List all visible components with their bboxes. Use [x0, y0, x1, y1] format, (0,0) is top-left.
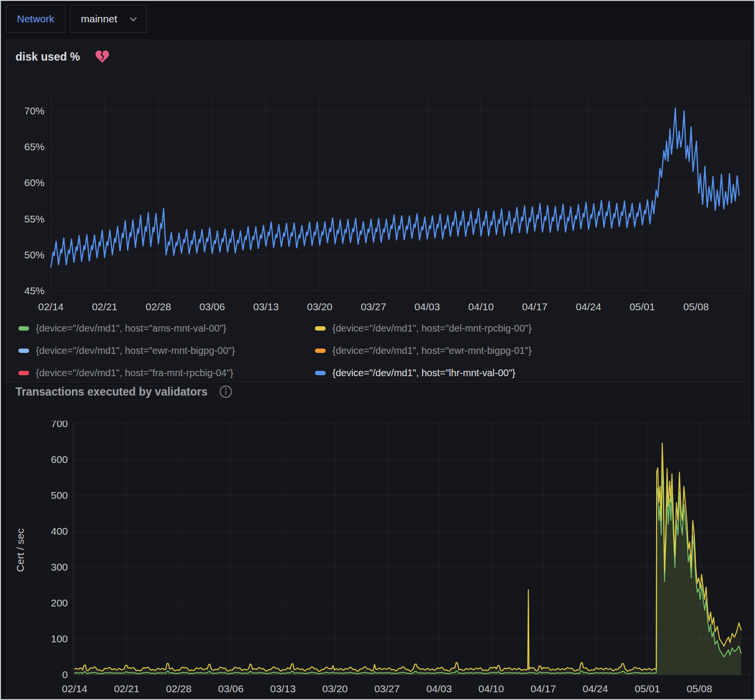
- svg-text:04/17: 04/17: [522, 301, 548, 312]
- heart-break-icon: [95, 50, 109, 64]
- series-color-chip: [315, 349, 326, 353]
- svg-text:70%: 70%: [24, 105, 45, 116]
- legend-item-label: {device="/dev/md1", host="ewr-mnt-bigpg-…: [332, 345, 532, 356]
- series-color-chip: [18, 371, 29, 375]
- svg-text:03/13: 03/13: [270, 683, 296, 694]
- x-axis-ticks: 02/1402/2102/2803/0603/1303/2003/2704/03…: [38, 301, 709, 312]
- transactions-panel-header: Transactions executed by validators: [16, 385, 233, 398]
- svg-text:05/01: 05/01: [629, 301, 655, 312]
- svg-text:04/17: 04/17: [531, 683, 556, 694]
- green-series-fill: [75, 469, 741, 675]
- info-circle-icon[interactable]: [219, 385, 233, 398]
- svg-text:55%: 55%: [24, 213, 45, 224]
- x-axis-ticks: 02/1402/2102/2803/0603/1303/2003/2704/03…: [62, 683, 712, 694]
- svg-text:02/28: 02/28: [166, 683, 192, 694]
- svg-text:02/14: 02/14: [62, 683, 88, 694]
- legend-item-ewr-mnt-bigpg-00[interactable]: {device="/dev/md1", host="ewr-mnt-bigpg-…: [18, 343, 315, 358]
- svg-text:04/24: 04/24: [582, 683, 608, 694]
- transactions-panel-title[interactable]: Transactions executed by validators: [16, 385, 207, 398]
- transactions-chart[interactable]: 010020030040050060070002/1402/2102/2803/…: [1, 421, 755, 700]
- legend-item-label: {device="/dev/md1", host="fra-mnt-rpcbig…: [36, 367, 234, 379]
- svg-text:45%: 45%: [24, 285, 45, 296]
- svg-text:04/03: 04/03: [426, 683, 452, 694]
- legend-item-label: {device="/dev/md1", host="ams-mnt-val-00…: [36, 323, 226, 334]
- svg-text:03/27: 03/27: [374, 683, 400, 694]
- legend-item-lhr-mnt-val-00[interactable]: {device="/dev/md1", host="lhr-mnt-val-00…: [315, 366, 532, 380]
- svg-text:05/01: 05/01: [635, 683, 661, 694]
- series-color-chip: [18, 326, 29, 331]
- svg-text:05/08: 05/08: [687, 683, 712, 694]
- svg-text:700: 700: [51, 421, 68, 429]
- svg-text:03/20: 03/20: [307, 301, 332, 312]
- legend-item-del-mnt-rpcbig-00[interactable]: {device="/dev/md1", host="del-mnt-rpcbig…: [315, 321, 532, 335]
- svg-text:04/24: 04/24: [576, 301, 601, 312]
- gridlines: [51, 95, 750, 291]
- network-variable-value: mainnet: [81, 13, 117, 25]
- svg-text:0: 0: [62, 669, 68, 680]
- legend-item-label: {device="/dev/md1", host="del-mnt-rpcbig…: [332, 323, 532, 334]
- svg-text:500: 500: [51, 490, 68, 501]
- gridlines: [73, 424, 752, 675]
- svg-text:03/20: 03/20: [322, 683, 348, 694]
- chevron-down-icon: [130, 14, 137, 21]
- disk-series-line: [51, 108, 739, 267]
- svg-text:02/21: 02/21: [114, 683, 140, 694]
- svg-text:02/28: 02/28: [146, 301, 172, 312]
- yellow-series-line: [75, 443, 741, 671]
- svg-text:04/03: 04/03: [414, 301, 440, 312]
- disk-panel-header: disk used %: [16, 50, 109, 64]
- y-axis-ticks: 45%50%55%60%65%70%: [24, 105, 45, 296]
- grafana-dashboard: { "header": { "network_label": "Network"…: [0, 0, 755, 700]
- svg-text:100: 100: [51, 633, 68, 644]
- yellow-series-fill: [75, 443, 741, 675]
- svg-text:300: 300: [51, 561, 68, 573]
- svg-text:04/10: 04/10: [478, 683, 504, 694]
- legend-item-ams-mnt-val-00[interactable]: {device="/dev/md1", host="ams-mnt-val-00…: [18, 321, 315, 335]
- svg-text:60%: 60%: [24, 177, 45, 188]
- series-color-chip: [315, 371, 326, 375]
- svg-text:03/27: 03/27: [361, 301, 386, 312]
- svg-text:200: 200: [51, 597, 68, 608]
- svg-text:05/08: 05/08: [683, 301, 709, 312]
- y-axis-ticks: 0100200300400500600700: [51, 421, 68, 680]
- network-variable-label-text: Network: [17, 13, 54, 25]
- legend-item-label: {device="/dev/md1", host="lhr-mnt-val-00…: [332, 367, 515, 379]
- svg-text:03/13: 03/13: [253, 301, 279, 312]
- svg-text:03/06: 03/06: [218, 683, 244, 694]
- svg-text:02/14: 02/14: [38, 301, 64, 312]
- svg-text:50%: 50%: [24, 249, 45, 260]
- disk-chart-legend: {device="/dev/md1", host="ams-mnt-val-00…: [18, 321, 532, 380]
- series-color-chip: [18, 349, 29, 353]
- disk-used-chart[interactable]: 45%50%55%60%65%70%02/1402/2102/2803/0603…: [1, 91, 755, 315]
- network-variable-dropdown[interactable]: mainnet: [70, 5, 147, 33]
- svg-text:65%: 65%: [24, 141, 45, 152]
- svg-text:600: 600: [51, 454, 68, 465]
- svg-text:400: 400: [51, 525, 68, 537]
- disk-panel-title[interactable]: disk used %: [16, 50, 80, 64]
- svg-text:03/06: 03/06: [200, 301, 225, 312]
- series-color-chip: [315, 326, 326, 331]
- svg-text:02/21: 02/21: [92, 301, 118, 312]
- legend-item-ewr-mnt-bigpg-01[interactable]: {device="/dev/md1", host="ewr-mnt-bigpg-…: [315, 343, 532, 358]
- network-variable-label: Network: [6, 5, 65, 33]
- legend-item-fra-mnt-rpcbig-04[interactable]: {device="/dev/md1", host="fra-mnt-rpcbig…: [18, 366, 315, 380]
- green-series-line: [75, 469, 741, 674]
- legend-item-label: {device="/dev/md1", host="ewr-mnt-bigpg-…: [36, 345, 235, 356]
- svg-text:04/10: 04/10: [468, 301, 494, 312]
- dashboard-variables-bar: Network mainnet: [6, 5, 147, 33]
